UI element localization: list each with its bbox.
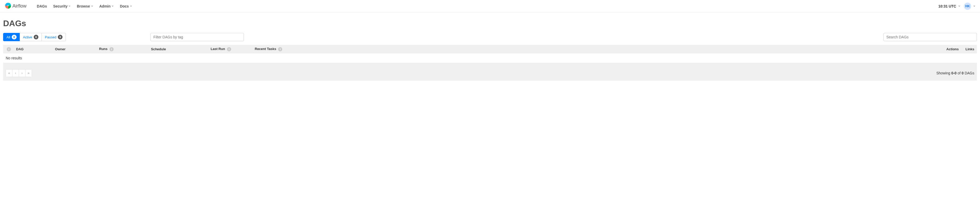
filter-group: All 0 Active 0 Paused 0: [3, 33, 66, 41]
nav-item-dags[interactable]: DAGs: [34, 0, 50, 12]
filter-paused-button[interactable]: Paused 0: [41, 33, 66, 41]
filter-active-button[interactable]: Active 0: [20, 33, 42, 41]
pager-next-button[interactable]: ›: [19, 69, 25, 77]
chevron-down-icon: [130, 6, 132, 7]
clock[interactable]: 10:31 UTC: [939, 4, 960, 8]
col-last-run-label: Last Run: [211, 47, 225, 51]
airflow-logo-icon: [5, 2, 11, 10]
filter-label: All: [6, 35, 10, 39]
col-recent-tasks-label: Recent Tasks: [255, 47, 276, 51]
chevron-down-icon: [68, 6, 70, 7]
clock-text: 10:31 UTC: [939, 4, 956, 8]
nav-label: Security: [53, 4, 67, 8]
chevron-down-icon: [973, 6, 975, 7]
col-dag[interactable]: DAG: [13, 45, 52, 53]
nav-label: Docs: [120, 4, 129, 8]
filter-count-badge: 0: [12, 35, 16, 40]
nav-item-docs[interactable]: Docs: [117, 0, 135, 12]
col-links: Links: [961, 45, 977, 53]
col-last-run: Last Run i: [208, 45, 252, 53]
nav-label: Browse: [77, 4, 90, 8]
no-results-cell: No results: [3, 53, 977, 63]
filter-label: Paused: [45, 35, 56, 39]
page-title: DAGs: [3, 19, 977, 28]
col-runs-label: Runs: [99, 47, 108, 51]
avatar-initials: HK: [965, 5, 970, 8]
nav-items: DAGs Security Browse Admin Docs: [34, 0, 135, 12]
filter-tags-input[interactable]: [150, 33, 244, 41]
pager-prev-button[interactable]: ‹: [12, 69, 19, 77]
brand-name: Airflow: [13, 3, 27, 9]
nav-right: 10:31 UTC HK: [939, 3, 975, 10]
avatar: HK: [964, 3, 971, 10]
col-schedule: Schedule: [148, 45, 208, 53]
showing-suffix: DAGs: [964, 71, 974, 75]
showing-text: Showing 0-0 of 0 DAGs: [936, 71, 974, 75]
pager-first-button[interactable]: «: [6, 69, 13, 77]
chevron-down-icon: [111, 6, 114, 7]
col-recent-tasks: Recent Tasks i: [252, 45, 940, 53]
showing-range: 0-0: [951, 71, 956, 75]
pager-last-button[interactable]: »: [25, 69, 32, 77]
nav-label: Admin: [99, 4, 111, 8]
table-header-row: i DAG Owner Runs i Schedule Last Run i R…: [3, 45, 977, 53]
nav-item-security[interactable]: Security: [50, 0, 74, 12]
table-footer: « ‹ › » Showing 0-0 of 0 DAGs: [3, 63, 977, 81]
brand[interactable]: Airflow: [5, 2, 27, 10]
controls-row: All 0 Active 0 Paused 0: [3, 33, 977, 41]
col-runs: Runs i: [97, 45, 148, 53]
showing-total: 0: [962, 71, 964, 75]
svg-point-0: [8, 5, 9, 6]
info-icon: i: [110, 47, 114, 51]
filter-label: Active: [23, 35, 32, 39]
filter-count-badge: 0: [58, 35, 62, 40]
chevron-down-icon: [91, 6, 93, 7]
filter-all-button[interactable]: All 0: [3, 33, 20, 41]
chevron-down-icon: [958, 6, 960, 7]
navbar: Airflow DAGs Security Browse Admin Docs …: [0, 0, 980, 13]
filter-count-badge: 0: [34, 35, 38, 40]
col-toggle: i: [3, 45, 13, 53]
nav-item-admin[interactable]: Admin: [96, 0, 117, 12]
info-icon: i: [278, 47, 282, 51]
pager: « ‹ › »: [6, 69, 32, 77]
nav-label: DAGs: [37, 4, 47, 8]
info-icon: i: [7, 47, 11, 51]
nav-item-browse[interactable]: Browse: [74, 0, 96, 12]
main: DAGs All 0 Active 0 Paused 0 i: [0, 13, 980, 89]
col-actions: Actions: [940, 45, 961, 53]
user-menu[interactable]: HK: [964, 3, 975, 10]
search-dags-input[interactable]: [883, 33, 977, 41]
info-icon: i: [227, 47, 231, 51]
col-owner[interactable]: Owner: [52, 45, 97, 53]
showing-of: of: [957, 71, 962, 75]
table-row-empty: No results: [3, 53, 977, 63]
dag-table: i DAG Owner Runs i Schedule Last Run i R…: [3, 45, 977, 63]
showing-prefix: Showing: [936, 71, 951, 75]
